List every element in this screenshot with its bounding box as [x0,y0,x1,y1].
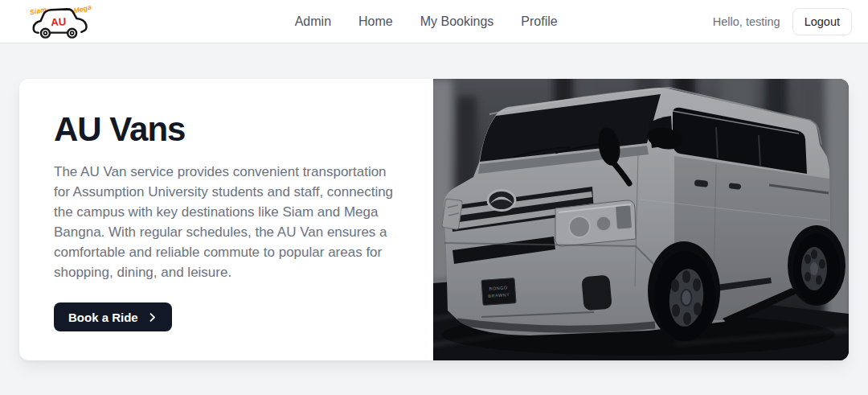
top-navigation-bar: Siam Mega AU Admin Home My Bookings Prof… [0,0,868,43]
hero-image-panel: BONGO BRAWNY [433,79,849,360]
page-title: AU Vans [54,111,414,148]
main-nav: Admin Home My Bookings Profile [295,14,558,29]
book-a-ride-button[interactable]: Book a Ride [54,302,172,331]
brand-logo-van-icon[interactable]: Siam Mega AU [27,3,93,40]
logo-word-mega: Mega [73,3,92,15]
nav-link-home[interactable]: Home [358,14,393,29]
au-vans-hero-card: AU Vans The AU Van service provides conv… [19,79,849,360]
logout-button[interactable]: Logout [792,8,852,35]
van-photo: BONGO BRAWNY [433,79,849,360]
nav-link-admin[interactable]: Admin [295,14,331,29]
logo-word-au: AU [51,15,67,28]
nav-link-profile[interactable]: Profile [521,14,557,29]
user-area: Hello, testing Logout [713,8,852,35]
main-content: AU Vans The AU Van service provides conv… [0,79,868,360]
hero-description: The AU Van service provides convenient t… [54,162,398,282]
book-a-ride-label: Book a Ride [68,311,138,324]
chevron-right-icon [147,312,158,323]
nav-link-my-bookings[interactable]: My Bookings [420,14,494,29]
user-greeting: Hello, testing [713,15,780,28]
hero-text-panel: AU Vans The AU Van service provides conv… [19,79,433,360]
